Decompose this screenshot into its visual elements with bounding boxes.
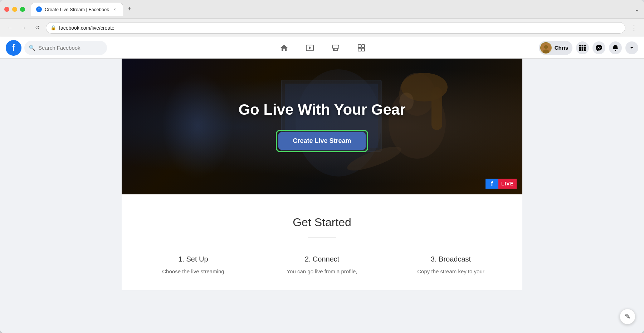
edit-icon: ✎ xyxy=(625,312,631,321)
hero-section: Go Live With Your Gear Create Live Strea… xyxy=(122,59,522,194)
svg-rect-17 xyxy=(582,49,584,51)
hero-button-wrapper: Create Live Stream xyxy=(276,130,368,152)
groups-nav-button[interactable] xyxy=(353,39,370,56)
nav-right: Chris xyxy=(539,41,638,55)
traffic-lights xyxy=(4,7,25,12)
svg-marker-1 xyxy=(309,46,311,49)
browser-window: f Create Live Stream | Facebook × + ⌄ ← … xyxy=(0,0,644,333)
reload-button[interactable]: ↺ xyxy=(32,23,42,33)
address-bar: ← → ↺ 🔒 facebook.com/live/create ⋮ xyxy=(0,19,644,37)
floating-action-button[interactable]: ✎ xyxy=(620,309,635,324)
titlebar: f Create Live Stream | Facebook × + ⌄ xyxy=(0,0,644,19)
live-label: LIVE xyxy=(498,179,517,189)
apps-menu-button[interactable] xyxy=(576,41,589,54)
back-icon: ← xyxy=(7,25,13,31)
marketplace-nav-button[interactable] xyxy=(327,39,344,56)
forward-icon: → xyxy=(21,25,26,31)
svg-rect-11 xyxy=(582,45,584,46)
tab-close-button[interactable]: × xyxy=(112,6,118,12)
step-3-desc: Copy the stream key to your xyxy=(401,268,501,276)
svg-rect-4 xyxy=(362,45,365,48)
svg-point-8 xyxy=(544,45,548,49)
get-started-section: Get Started 1. Set Up Choose the live st… xyxy=(122,194,522,290)
step-2-title: 2. Connect xyxy=(272,255,372,263)
user-profile-button[interactable]: Chris xyxy=(539,41,572,55)
tab-favicon: f xyxy=(36,6,42,12)
svg-rect-6 xyxy=(362,48,365,51)
step-1-title: 1. Set Up xyxy=(143,255,243,263)
svg-rect-14 xyxy=(582,47,584,49)
reload-icon: ↺ xyxy=(35,24,40,31)
search-icon: 🔍 xyxy=(29,45,35,51)
get-started-title: Get Started xyxy=(136,216,508,229)
user-name: Chris xyxy=(555,45,568,51)
step-3: 3. Broadcast Copy the stream key to your xyxy=(401,255,501,276)
svg-rect-2 xyxy=(334,48,337,50)
back-button[interactable]: ← xyxy=(5,23,15,33)
search-bar[interactable]: 🔍 xyxy=(24,41,107,55)
url-text: facebook.com/live/create xyxy=(59,25,621,31)
home-nav-button[interactable] xyxy=(275,39,293,56)
create-live-stream-button[interactable]: Create Live Stream xyxy=(278,132,365,150)
minimize-window-button[interactable] xyxy=(12,7,17,12)
svg-rect-10 xyxy=(579,45,581,46)
tab-title: Create Live Stream | Facebook xyxy=(45,7,109,12)
facebook-logo[interactable]: f xyxy=(6,40,21,56)
step-2: 2. Connect You can go live from a profil… xyxy=(272,255,372,276)
close-window-button[interactable] xyxy=(4,7,9,12)
watch-nav-button[interactable] xyxy=(301,39,318,56)
account-menu-button[interactable] xyxy=(625,41,638,54)
hero-content: Go Live With Your Gear Create Live Strea… xyxy=(238,101,405,152)
content-wrapper: Go Live With Your Gear Create Live Strea… xyxy=(122,59,522,290)
svg-rect-18 xyxy=(584,49,586,51)
active-tab[interactable]: f Create Live Stream | Facebook × xyxy=(31,3,123,16)
hero-glow xyxy=(162,72,233,179)
avatar xyxy=(540,42,552,54)
browser-menu-button[interactable]: ⋮ xyxy=(629,23,639,33)
hero-title: Go Live With Your Gear xyxy=(238,101,405,118)
section-divider xyxy=(308,238,336,238)
svg-rect-25 xyxy=(431,87,442,130)
url-field[interactable]: 🔒 facebook.com/live/create xyxy=(46,22,625,34)
nav-icons xyxy=(110,39,536,56)
fb-live-logo: f xyxy=(486,179,498,189)
svg-rect-3 xyxy=(358,45,361,48)
fullscreen-window-button[interactable] xyxy=(20,7,25,12)
lock-icon: 🔒 xyxy=(50,25,56,30)
new-tab-button[interactable]: + xyxy=(125,4,135,14)
main-content: Go Live With Your Gear Create Live Strea… xyxy=(0,59,644,333)
notifications-button[interactable] xyxy=(609,41,622,54)
svg-rect-12 xyxy=(584,45,586,46)
svg-rect-13 xyxy=(579,47,581,49)
window-collapse-icon[interactable]: ⌄ xyxy=(634,5,640,13)
step-1: 1. Set Up Choose the live streaming xyxy=(143,255,243,276)
facebook-navbar: f 🔍 xyxy=(0,37,644,59)
step-2-desc: You can go live from a profile, xyxy=(272,268,372,276)
browser-menu-icon: ⋮ xyxy=(631,24,637,32)
forward-button[interactable]: → xyxy=(19,23,29,33)
steps-row: 1. Set Up Choose the live streaming 2. C… xyxy=(136,255,508,276)
search-input[interactable] xyxy=(38,45,103,51)
svg-rect-15 xyxy=(584,47,586,49)
step-1-desc: Choose the live streaming xyxy=(143,268,243,276)
svg-rect-5 xyxy=(358,48,361,51)
step-3-title: 3. Broadcast xyxy=(401,255,501,263)
messenger-button[interactable] xyxy=(592,41,605,54)
tab-bar: f Create Live Stream | Facebook × + xyxy=(31,3,631,16)
fb-live-badge: f LIVE xyxy=(486,179,517,189)
svg-rect-16 xyxy=(579,49,581,51)
